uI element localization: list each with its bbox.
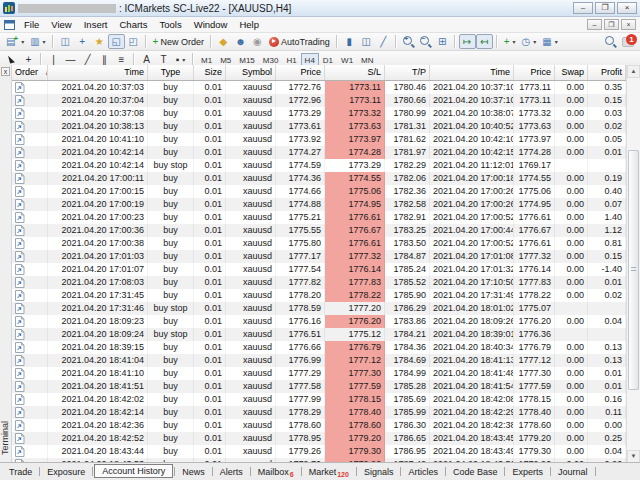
close-button[interactable]: × bbox=[621, 19, 636, 30]
tab-articles[interactable]: Articles bbox=[402, 466, 444, 478]
chart-shift-button[interactable]: ↤ bbox=[476, 34, 493, 49]
history-row[interactable]: 2021.04.20 18:09:23buy0.01xauusd1776.161… bbox=[12, 315, 626, 328]
expert-advisors-button[interactable]: ◆ bbox=[215, 34, 232, 49]
indicators-button[interactable]: +▾ bbox=[501, 34, 519, 49]
menu-view[interactable]: View bbox=[45, 18, 77, 31]
history-row[interactable]: 2021.04.20 18:42:14buy0.01xauusd1778.291… bbox=[12, 406, 626, 419]
history-row[interactable]: 2021.04.20 10:37:04buy0.01xauusd1772.961… bbox=[12, 94, 626, 107]
minimize-button[interactable]: – bbox=[587, 19, 602, 30]
tab-experts[interactable]: Experts bbox=[506, 466, 549, 478]
tab-mailbox[interactable]: Mailbox6 bbox=[252, 466, 300, 478]
column-header-sl[interactable]: S/L bbox=[325, 65, 385, 80]
history-row[interactable]: 2021.04.20 10:38:13buy0.01xauusd1773.611… bbox=[12, 120, 626, 133]
zoom-out-button[interactable]: − bbox=[417, 34, 434, 49]
history-row[interactable]: 2021.04.20 18:41:51buy0.01xauusd1777.581… bbox=[12, 380, 626, 393]
tp-cell: 1785.90 bbox=[385, 289, 430, 302]
navigator-button[interactable]: ★ bbox=[91, 34, 108, 49]
history-row[interactable]: 2021.04.20 17:00:15buy0.01xauusd1774.661… bbox=[12, 185, 626, 198]
auto-scroll-button[interactable]: ↦ bbox=[459, 34, 476, 49]
type-cell: buy bbox=[148, 367, 194, 380]
market-watch-button[interactable]: ◫ bbox=[57, 34, 74, 49]
scrollbar-thumb[interactable] bbox=[628, 150, 639, 390]
vertical-scrollbar[interactable]: ▲ ▼ bbox=[626, 65, 640, 463]
history-row[interactable]: 2021.04.20 17:00:36buy0.01xauusd1775.551… bbox=[12, 224, 626, 237]
column-header-open-price[interactable]: Price bbox=[276, 65, 325, 80]
history-row[interactable]: 2021.04.20 17:00:23buy0.01xauusd1775.211… bbox=[12, 211, 626, 224]
new-chart-button[interactable]: ▤+▾ bbox=[3, 34, 27, 49]
history-row[interactable]: 2021.04.20 17:00:11buy0.01xauusd1774.361… bbox=[12, 172, 626, 185]
candlestick-mode-button[interactable]: ◫ bbox=[358, 34, 375, 49]
history-row[interactable]: 2021.04.20 18:43:44buy0.01xauusd1779.261… bbox=[12, 445, 626, 458]
autotrading-button[interactable]: AutoTrading bbox=[266, 34, 333, 49]
history-row[interactable]: 2021.04.20 10:42:14buy stop0.01xauusd177… bbox=[12, 159, 626, 172]
column-header-symbol[interactable]: Symbol bbox=[226, 65, 276, 80]
zoom-in-button[interactable]: + bbox=[400, 34, 417, 49]
history-row[interactable]: 2021.04.20 18:42:02buy0.01xauusd1777.991… bbox=[12, 393, 626, 406]
column-header-close-price[interactable]: Price bbox=[514, 65, 555, 80]
tab-exposure[interactable]: Exposure bbox=[41, 466, 91, 478]
menu-window[interactable]: Window bbox=[188, 18, 234, 31]
data-window-button[interactable]: + bbox=[74, 34, 91, 49]
history-row[interactable]: 2021.04.20 17:01:07buy0.01xauusd1777.541… bbox=[12, 263, 626, 276]
new-order-button[interactable]: +New Order bbox=[150, 34, 207, 49]
news-button[interactable]: ◉ bbox=[249, 34, 266, 49]
tab-market[interactable]: Market120 bbox=[303, 466, 355, 478]
tab-signals[interactable]: Signals bbox=[358, 466, 400, 478]
minimize-button[interactable]: – bbox=[573, 2, 593, 14]
scroll-up-arrow[interactable]: ▲ bbox=[627, 65, 640, 78]
column-header-close-time[interactable]: Time bbox=[430, 65, 514, 80]
history-row[interactable]: 2021.04.20 10:37:08buy0.01xauusd1773.291… bbox=[12, 107, 626, 120]
column-header-type[interactable]: Type bbox=[148, 65, 194, 80]
restore-button[interactable]: ❐ bbox=[595, 2, 615, 14]
profiles-button[interactable]: ▥▾ bbox=[27, 34, 48, 49]
tab-trade[interactable]: Trade bbox=[3, 466, 38, 478]
history-row[interactable]: 2021.04.20 18:41:04buy0.01xauusd1776.991… bbox=[12, 354, 626, 367]
periods-button[interactable]: ◷▾ bbox=[519, 34, 540, 49]
history-row[interactable]: 2021.04.20 10:37:03buy0.01xauusd1772.761… bbox=[12, 81, 626, 94]
tab-alerts[interactable]: Alerts bbox=[214, 466, 249, 478]
open-time-cell: 2021.04.20 17:00:36 bbox=[48, 224, 148, 237]
column-header-profit[interactable]: Profit bbox=[588, 65, 626, 80]
menu-tools[interactable]: Tools bbox=[153, 18, 187, 31]
history-row[interactable]: 2021.04.20 18:09:24buy stop0.01xauusd177… bbox=[12, 328, 626, 341]
strategy-tester-button[interactable]: ◰ bbox=[125, 34, 142, 49]
panel-close-button[interactable]: x bbox=[1, 67, 10, 76]
history-row[interactable]: 2021.04.20 17:31:46buy stop0.01xauusd177… bbox=[12, 302, 626, 315]
search-icon[interactable] bbox=[605, 36, 614, 45]
history-row[interactable]: 2021.04.20 18:41:10buy0.01xauusd1777.291… bbox=[12, 367, 626, 380]
menu-file[interactable]: File bbox=[18, 18, 45, 31]
tab-journal[interactable]: Journal bbox=[552, 466, 594, 478]
history-row[interactable]: 2021.04.20 18:42:36buy0.01xauusd1778.601… bbox=[12, 419, 626, 432]
line-chart-mode-button[interactable]: ╱ bbox=[375, 34, 392, 49]
history-row[interactable]: 2021.04.20 10:41:10buy0.01xauusd1773.921… bbox=[12, 133, 626, 146]
close-button[interactable]: × bbox=[617, 2, 637, 14]
history-row[interactable]: 2021.04.20 18:39:15buy0.01xauusd1776.661… bbox=[12, 341, 626, 354]
history-row[interactable]: 2021.04.20 10:42:14buy0.01xauusd1774.271… bbox=[12, 146, 626, 159]
history-row[interactable]: 2021.04.20 17:08:03buy0.01xauusd1777.821… bbox=[12, 276, 626, 289]
tab-code-base[interactable]: Code Base bbox=[447, 466, 504, 478]
terminal-button[interactable]: ◱ bbox=[108, 34, 125, 49]
community-button[interactable]: ☻ bbox=[232, 34, 249, 49]
history-row[interactable]: 2021.04.20 17:00:38buy0.01xauusd1775.801… bbox=[12, 237, 626, 250]
history-row[interactable]: 2021.04.20 17:01:03buy0.01xauusd1777.171… bbox=[12, 250, 626, 263]
sl-cell: 1777.59 bbox=[325, 380, 385, 393]
column-header-open-time[interactable]: Time bbox=[48, 65, 148, 80]
restore-button[interactable]: ❐ bbox=[604, 19, 619, 30]
history-row[interactable]: 2021.04.20 17:31:45buy0.01xauusd1778.201… bbox=[12, 289, 626, 302]
column-header-swap[interactable]: Swap bbox=[555, 65, 588, 80]
tab-account-history[interactable]: Account History bbox=[94, 464, 173, 478]
tab-news[interactable]: News bbox=[176, 466, 211, 478]
menu-help[interactable]: Help bbox=[233, 18, 265, 31]
history-row[interactable]: 2021.04.20 17:00:19buy0.01xauusd1774.881… bbox=[12, 198, 626, 211]
bar-chart-mode-button[interactable]: ▮ bbox=[341, 34, 358, 49]
menu-charts[interactable]: Charts bbox=[114, 18, 154, 31]
column-header-order[interactable]: Order/ bbox=[12, 65, 48, 80]
history-row[interactable]: 2021.04.20 18:42:52buy0.01xauusd1778.951… bbox=[12, 432, 626, 445]
type-cell: buy bbox=[148, 419, 194, 432]
templates-button[interactable]: ▦▾ bbox=[539, 34, 560, 49]
tile-windows-button[interactable]: ⊞ bbox=[434, 34, 451, 49]
column-header-size[interactable]: Size bbox=[194, 65, 226, 80]
column-header-tp[interactable]: T/P bbox=[385, 65, 430, 80]
notifications-button[interactable]: 1 bbox=[622, 36, 634, 48]
menu-insert[interactable]: Insert bbox=[78, 18, 114, 31]
